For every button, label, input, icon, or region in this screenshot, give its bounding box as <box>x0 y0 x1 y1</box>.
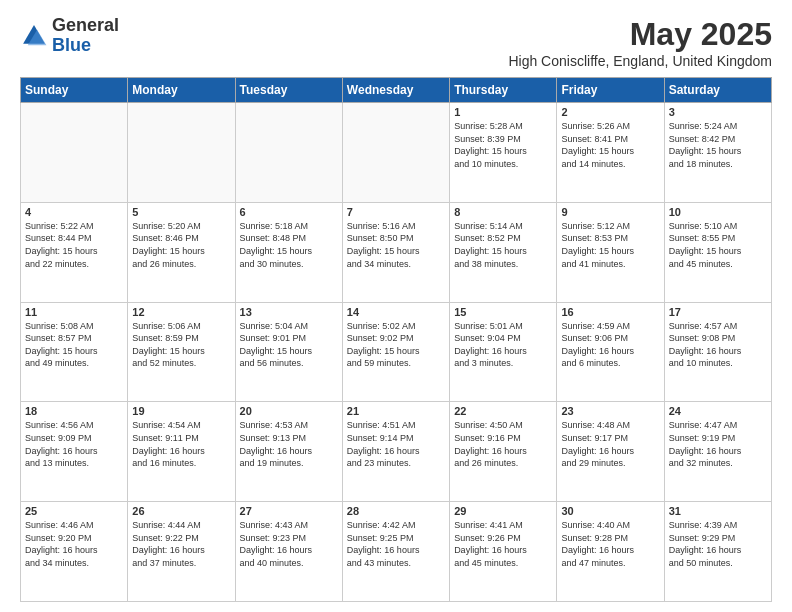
day-info: Sunrise: 4:54 AM Sunset: 9:11 PM Dayligh… <box>132 419 230 469</box>
day-info: Sunrise: 4:40 AM Sunset: 9:28 PM Dayligh… <box>561 519 659 569</box>
day-number: 22 <box>454 405 552 417</box>
logo-general: General <box>52 15 119 35</box>
day-number: 12 <box>132 306 230 318</box>
day-number: 20 <box>240 405 338 417</box>
day-info: Sunrise: 4:53 AM Sunset: 9:13 PM Dayligh… <box>240 419 338 469</box>
day-cell: 4Sunrise: 5:22 AM Sunset: 8:44 PM Daylig… <box>21 202 128 302</box>
day-number: 8 <box>454 206 552 218</box>
day-number: 24 <box>669 405 767 417</box>
day-number: 27 <box>240 505 338 517</box>
day-number: 16 <box>561 306 659 318</box>
day-cell: 18Sunrise: 4:56 AM Sunset: 9:09 PM Dayli… <box>21 402 128 502</box>
day-cell: 27Sunrise: 4:43 AM Sunset: 9:23 PM Dayli… <box>235 502 342 602</box>
day-info: Sunrise: 4:56 AM Sunset: 9:09 PM Dayligh… <box>25 419 123 469</box>
day-number: 11 <box>25 306 123 318</box>
day-cell: 3Sunrise: 5:24 AM Sunset: 8:42 PM Daylig… <box>664 103 771 203</box>
day-cell: 17Sunrise: 4:57 AM Sunset: 9:08 PM Dayli… <box>664 302 771 402</box>
day-info: Sunrise: 4:44 AM Sunset: 9:22 PM Dayligh… <box>132 519 230 569</box>
day-cell <box>21 103 128 203</box>
day-cell: 24Sunrise: 4:47 AM Sunset: 9:19 PM Dayli… <box>664 402 771 502</box>
col-header-saturday: Saturday <box>664 78 771 103</box>
day-number: 21 <box>347 405 445 417</box>
day-header-row: SundayMondayTuesdayWednesdayThursdayFrid… <box>21 78 772 103</box>
day-cell: 31Sunrise: 4:39 AM Sunset: 9:29 PM Dayli… <box>664 502 771 602</box>
day-cell <box>342 103 449 203</box>
day-cell <box>235 103 342 203</box>
day-number: 13 <box>240 306 338 318</box>
day-number: 15 <box>454 306 552 318</box>
day-cell: 1Sunrise: 5:28 AM Sunset: 8:39 PM Daylig… <box>450 103 557 203</box>
day-cell <box>128 103 235 203</box>
day-number: 7 <box>347 206 445 218</box>
day-number: 29 <box>454 505 552 517</box>
day-number: 9 <box>561 206 659 218</box>
day-cell: 30Sunrise: 4:40 AM Sunset: 9:28 PM Dayli… <box>557 502 664 602</box>
day-info: Sunrise: 4:51 AM Sunset: 9:14 PM Dayligh… <box>347 419 445 469</box>
day-info: Sunrise: 5:26 AM Sunset: 8:41 PM Dayligh… <box>561 120 659 170</box>
day-info: Sunrise: 5:14 AM Sunset: 8:52 PM Dayligh… <box>454 220 552 270</box>
week-row-1: 1Sunrise: 5:28 AM Sunset: 8:39 PM Daylig… <box>21 103 772 203</box>
day-info: Sunrise: 4:42 AM Sunset: 9:25 PM Dayligh… <box>347 519 445 569</box>
day-number: 4 <box>25 206 123 218</box>
week-row-5: 25Sunrise: 4:46 AM Sunset: 9:20 PM Dayli… <box>21 502 772 602</box>
day-cell: 5Sunrise: 5:20 AM Sunset: 8:46 PM Daylig… <box>128 202 235 302</box>
day-info: Sunrise: 5:20 AM Sunset: 8:46 PM Dayligh… <box>132 220 230 270</box>
day-number: 19 <box>132 405 230 417</box>
day-info: Sunrise: 4:46 AM Sunset: 9:20 PM Dayligh… <box>25 519 123 569</box>
day-info: Sunrise: 5:16 AM Sunset: 8:50 PM Dayligh… <box>347 220 445 270</box>
title-block: May 2025 High Coniscliffe, England, Unit… <box>508 16 772 69</box>
col-header-wednesday: Wednesday <box>342 78 449 103</box>
day-info: Sunrise: 5:10 AM Sunset: 8:55 PM Dayligh… <box>669 220 767 270</box>
day-cell: 19Sunrise: 4:54 AM Sunset: 9:11 PM Dayli… <box>128 402 235 502</box>
day-info: Sunrise: 4:57 AM Sunset: 9:08 PM Dayligh… <box>669 320 767 370</box>
day-info: Sunrise: 5:18 AM Sunset: 8:48 PM Dayligh… <box>240 220 338 270</box>
day-cell: 26Sunrise: 4:44 AM Sunset: 9:22 PM Dayli… <box>128 502 235 602</box>
day-cell: 2Sunrise: 5:26 AM Sunset: 8:41 PM Daylig… <box>557 103 664 203</box>
day-cell: 9Sunrise: 5:12 AM Sunset: 8:53 PM Daylig… <box>557 202 664 302</box>
day-info: Sunrise: 4:47 AM Sunset: 9:19 PM Dayligh… <box>669 419 767 469</box>
day-cell: 20Sunrise: 4:53 AM Sunset: 9:13 PM Dayli… <box>235 402 342 502</box>
day-number: 25 <box>25 505 123 517</box>
day-number: 26 <box>132 505 230 517</box>
logo: General Blue <box>20 16 119 56</box>
day-cell: 7Sunrise: 5:16 AM Sunset: 8:50 PM Daylig… <box>342 202 449 302</box>
col-header-monday: Monday <box>128 78 235 103</box>
day-number: 6 <box>240 206 338 218</box>
day-number: 10 <box>669 206 767 218</box>
day-info: Sunrise: 4:41 AM Sunset: 9:26 PM Dayligh… <box>454 519 552 569</box>
day-info: Sunrise: 5:02 AM Sunset: 9:02 PM Dayligh… <box>347 320 445 370</box>
day-info: Sunrise: 5:24 AM Sunset: 8:42 PM Dayligh… <box>669 120 767 170</box>
col-header-friday: Friday <box>557 78 664 103</box>
location: High Coniscliffe, England, United Kingdo… <box>508 53 772 69</box>
day-info: Sunrise: 5:08 AM Sunset: 8:57 PM Dayligh… <box>25 320 123 370</box>
day-cell: 11Sunrise: 5:08 AM Sunset: 8:57 PM Dayli… <box>21 302 128 402</box>
day-cell: 23Sunrise: 4:48 AM Sunset: 9:17 PM Dayli… <box>557 402 664 502</box>
day-info: Sunrise: 4:43 AM Sunset: 9:23 PM Dayligh… <box>240 519 338 569</box>
day-cell: 15Sunrise: 5:01 AM Sunset: 9:04 PM Dayli… <box>450 302 557 402</box>
day-number: 17 <box>669 306 767 318</box>
day-number: 31 <box>669 505 767 517</box>
day-number: 23 <box>561 405 659 417</box>
day-info: Sunrise: 5:28 AM Sunset: 8:39 PM Dayligh… <box>454 120 552 170</box>
day-cell: 6Sunrise: 5:18 AM Sunset: 8:48 PM Daylig… <box>235 202 342 302</box>
day-info: Sunrise: 5:01 AM Sunset: 9:04 PM Dayligh… <box>454 320 552 370</box>
day-number: 30 <box>561 505 659 517</box>
day-cell: 13Sunrise: 5:04 AM Sunset: 9:01 PM Dayli… <box>235 302 342 402</box>
day-cell: 21Sunrise: 4:51 AM Sunset: 9:14 PM Dayli… <box>342 402 449 502</box>
day-cell: 12Sunrise: 5:06 AM Sunset: 8:59 PM Dayli… <box>128 302 235 402</box>
week-row-3: 11Sunrise: 5:08 AM Sunset: 8:57 PM Dayli… <box>21 302 772 402</box>
week-row-2: 4Sunrise: 5:22 AM Sunset: 8:44 PM Daylig… <box>21 202 772 302</box>
day-number: 14 <box>347 306 445 318</box>
day-info: Sunrise: 5:04 AM Sunset: 9:01 PM Dayligh… <box>240 320 338 370</box>
logo-text: General Blue <box>52 16 119 56</box>
day-cell: 29Sunrise: 4:41 AM Sunset: 9:26 PM Dayli… <box>450 502 557 602</box>
logo-blue: Blue <box>52 35 91 55</box>
day-info: Sunrise: 5:06 AM Sunset: 8:59 PM Dayligh… <box>132 320 230 370</box>
day-cell: 25Sunrise: 4:46 AM Sunset: 9:20 PM Dayli… <box>21 502 128 602</box>
day-info: Sunrise: 5:22 AM Sunset: 8:44 PM Dayligh… <box>25 220 123 270</box>
day-info: Sunrise: 4:39 AM Sunset: 9:29 PM Dayligh… <box>669 519 767 569</box>
day-cell: 8Sunrise: 5:14 AM Sunset: 8:52 PM Daylig… <box>450 202 557 302</box>
col-header-tuesday: Tuesday <box>235 78 342 103</box>
calendar-table: SundayMondayTuesdayWednesdayThursdayFrid… <box>20 77 772 602</box>
day-number: 2 <box>561 106 659 118</box>
